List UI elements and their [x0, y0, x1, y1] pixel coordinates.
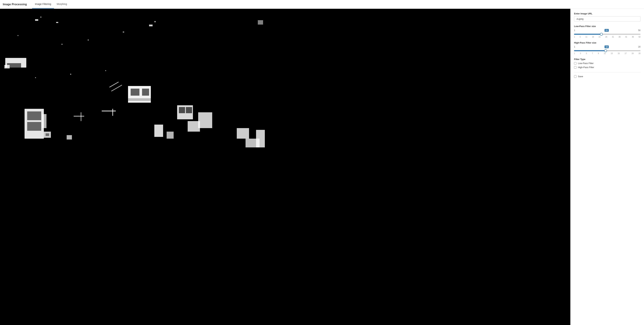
svg-rect-3 — [149, 25, 152, 26]
svg-rect-32 — [258, 20, 263, 25]
svg-rect-28 — [123, 32, 124, 33]
svg-rect-40 — [256, 130, 265, 147]
svg-rect-1 — [40, 17, 42, 18]
svg-rect-15 — [42, 114, 46, 128]
high-pass-badge: 10 — [604, 46, 609, 48]
low-pass-section: Low-Pass Filter size 1 21 50 1 6 11 16 2… — [574, 25, 640, 38]
svg-rect-11 — [128, 98, 151, 101]
svg-rect-9 — [131, 89, 140, 96]
svg-rect-26 — [62, 44, 62, 45]
svg-rect-21 — [179, 107, 185, 113]
save-row: Save — [574, 75, 640, 78]
svg-rect-24 — [198, 112, 212, 128]
divider — [574, 72, 640, 72]
svg-rect-23 — [188, 121, 200, 132]
tab-morphing[interactable]: Morphing — [54, 0, 70, 9]
low-pass-max: 50 — [638, 29, 640, 32]
url-section: Enter Image URL — [574, 12, 640, 22]
svg-rect-34 — [46, 133, 49, 136]
svg-rect-13 — [27, 111, 41, 120]
nav-tabs: Image Filtering Morphing — [32, 0, 70, 9]
svg-rect-29 — [35, 77, 36, 78]
svg-rect-7 — [4, 65, 10, 69]
svg-rect-18 — [102, 111, 116, 111]
low-pass-slider-container — [574, 33, 640, 35]
image-area — [0, 9, 644, 325]
high-pass-label: High-Pass Filter size — [574, 42, 640, 44]
svg-rect-30 — [70, 74, 71, 75]
svg-rect-38 — [237, 128, 249, 139]
svg-rect-37 — [166, 132, 174, 139]
low-pass-filter-checkbox-label[interactable]: Low-Pass Filter — [578, 62, 594, 65]
url-label: Enter Image URL — [574, 12, 640, 15]
svg-rect-17 — [81, 112, 82, 121]
svg-rect-35 — [67, 135, 72, 140]
svg-rect-0 — [35, 19, 38, 21]
svg-rect-42 — [111, 85, 122, 91]
save-label[interactable]: Save — [578, 75, 583, 78]
svg-rect-27 — [88, 40, 89, 41]
high-pass-slider[interactable] — [574, 50, 640, 51]
low-pass-filter-checkbox[interactable] — [574, 62, 576, 65]
high-pass-filter-checkbox[interactable] — [574, 66, 576, 69]
svg-rect-41 — [109, 82, 119, 87]
svg-rect-4 — [154, 21, 156, 22]
svg-rect-22 — [186, 107, 192, 113]
low-pass-badge: 21 — [604, 29, 609, 32]
low-pass-filter-row: Low-Pass Filter — [574, 62, 640, 65]
filter-type-section: Filter Type Low-Pass Filter High-Pass Fi… — [574, 58, 640, 69]
low-pass-min: 1 — [574, 29, 575, 32]
high-pass-ticks: 1 3 5 7 9 11 13 15 17 19 20 — [574, 53, 640, 54]
tab-image-filtering[interactable]: Image Filtering — [32, 0, 54, 9]
svg-rect-19 — [112, 109, 113, 116]
high-pass-slider-row: 1 10 20 — [574, 46, 640, 48]
svg-rect-14 — [27, 122, 41, 131]
filter-type-label: Filter Type — [574, 58, 640, 61]
main-content: Enter Image URL Low-Pass Filter size 1 2… — [0, 9, 644, 325]
high-pass-min: 1 — [574, 46, 575, 48]
high-pass-filter-row: High-Pass Filter — [574, 66, 640, 69]
high-pass-max: 20 — [638, 46, 640, 48]
svg-rect-2 — [56, 22, 58, 23]
low-pass-slider-row: 1 21 50 — [574, 29, 640, 32]
low-pass-ticks: 1 6 11 16 21 26 31 36 41 46 50 — [574, 36, 640, 38]
low-pass-label: Low-Pass Filter size — [574, 25, 640, 28]
high-pass-filter-checkbox-label[interactable]: High-Pass Filter — [578, 66, 594, 69]
svg-rect-16 — [74, 116, 84, 117]
save-checkbox[interactable] — [574, 75, 576, 78]
app-title: Image Processing — [3, 3, 27, 6]
high-pass-section: High-Pass Filter size 1 10 20 1 3 5 7 9 … — [574, 42, 640, 54]
navbar: Image Processing Image Filtering Morphin… — [0, 0, 644, 9]
url-input[interactable] — [574, 16, 640, 22]
low-pass-slider[interactable] — [574, 34, 640, 35]
svg-rect-31 — [105, 70, 106, 71]
high-pass-slider-container — [574, 49, 640, 52]
svg-rect-25 — [18, 35, 18, 36]
svg-rect-36 — [154, 125, 163, 137]
svg-rect-10 — [142, 89, 149, 96]
control-panel: Enter Image URL Low-Pass Filter size 1 2… — [570, 9, 644, 325]
